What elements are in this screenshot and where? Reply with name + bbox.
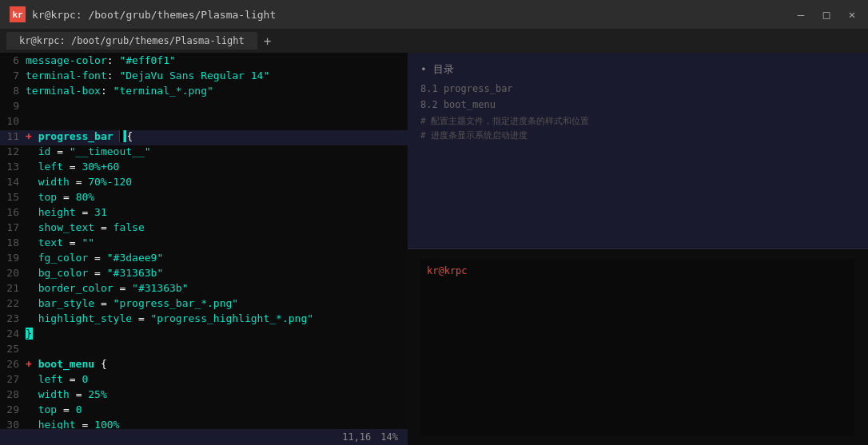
code-line-13: 13 left = 30%+60 bbox=[0, 161, 408, 176]
terminal-prompt: kr@krpc bbox=[427, 265, 468, 276]
active-tab[interactable]: kr@krpc: /boot/grub/themes/Plasma-light bbox=[6, 32, 257, 50]
app-icon: kr bbox=[10, 6, 26, 22]
code-line-29: 29 top = 0 bbox=[0, 403, 408, 419]
code-line-26: 26 + boot_menu { bbox=[0, 358, 408, 373]
code-line-10: 10 bbox=[0, 115, 408, 130]
code-line-22: 22 bar_style = "progress_bar_*.png" bbox=[0, 297, 408, 312]
cursor-position: 11,16 bbox=[342, 431, 371, 443]
code-line-28: 28 width = 25% bbox=[0, 388, 408, 403]
right-pane: • 目录 8.1 progress_bar 8.2 boot_menu # 配置… bbox=[408, 53, 868, 445]
editor-status-bar: 11,16 14% bbox=[0, 429, 408, 445]
code-line-25: 25 bbox=[0, 343, 408, 358]
code-line-15: 15 top = 80% bbox=[0, 191, 408, 206]
code-line-23: 23 highlight_style = "progress_highlight… bbox=[0, 312, 408, 328]
main-area: 6 message-color: "#eff0f1" 7 terminal-fo… bbox=[0, 53, 868, 445]
tab-bar: kr@krpc: /boot/grub/themes/Plasma-light … bbox=[0, 29, 868, 53]
code-content: 6 message-color: "#eff0f1" 7 terminal-fo… bbox=[0, 53, 408, 445]
title-text: kr@krpc: /boot/grub/themes/Plasma-light bbox=[32, 9, 788, 21]
section-title: • 目录 bbox=[420, 62, 855, 77]
window-controls: — □ ✕ bbox=[794, 8, 858, 21]
code-line-16: 16 height = 31 bbox=[0, 206, 408, 221]
code-line-27: 27 left = 0 bbox=[0, 373, 408, 388]
code-line-17: 17 show_text = false bbox=[0, 221, 408, 236]
code-line-12: 12 id = "__timeout__" bbox=[0, 145, 408, 161]
title-bar: kr kr@krpc: /boot/grub/themes/Plasma-lig… bbox=[0, 0, 868, 29]
editor-pane[interactable]: 6 message-color: "#eff0f1" 7 terminal-fo… bbox=[0, 53, 408, 445]
info-text-1: # 配置主题文件，指定进度条的样式和位置 bbox=[420, 115, 855, 127]
right-pane-top: • 目录 8.1 progress_bar 8.2 boot_menu # 配置… bbox=[408, 53, 868, 249]
right-pane-bottom: kr@krpc bbox=[408, 249, 868, 446]
maximize-button[interactable]: □ bbox=[820, 8, 833, 21]
code-line-19: 19 fg_color = "#3daee9" bbox=[0, 252, 408, 267]
minimize-button[interactable]: — bbox=[794, 8, 807, 21]
new-tab-button[interactable]: + bbox=[257, 34, 278, 49]
code-line-24: 24 } bbox=[0, 328, 408, 343]
code-line-20: 20 bg_color = "#31363b" bbox=[0, 267, 408, 282]
code-line-8: 8 terminal-box: "terminal_*.png" bbox=[0, 85, 408, 100]
code-line-11: 11 + progress_bar ▋{ bbox=[0, 130, 408, 145]
code-line-21: 21 border_color = "#31363b" bbox=[0, 282, 408, 297]
code-line-7: 7 terminal-font: "DejaVu Sans Regular 14… bbox=[0, 70, 408, 85]
info-text-2: # 进度条显示系统启动进度 bbox=[420, 129, 855, 141]
terminal-preview: kr@krpc bbox=[420, 259, 855, 436]
close-button[interactable]: ✕ bbox=[846, 8, 858, 21]
subsection-1: 8.1 progress_bar bbox=[420, 83, 855, 94]
subsection-2: 8.2 boot_menu bbox=[420, 99, 855, 110]
code-line-14: 14 width = 70%-120 bbox=[0, 176, 408, 191]
code-line-18: 18 text = "" bbox=[0, 236, 408, 252]
code-line-9: 9 bbox=[0, 100, 408, 115]
scroll-percentage: 14% bbox=[380, 431, 398, 443]
code-line-6: 6 message-color: "#eff0f1" bbox=[0, 54, 408, 70]
